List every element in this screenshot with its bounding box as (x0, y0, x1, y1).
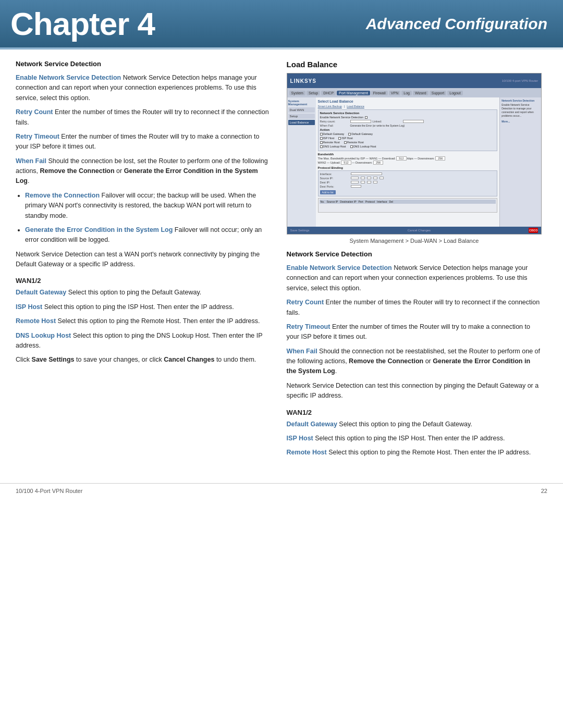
default-gateway-text-left: Select this option to ping the Default G… (66, 289, 201, 296)
default-gateway-left: Default Gateway Select this option to pi… (16, 288, 271, 298)
ls-src-ip2[interactable] (361, 177, 365, 179)
ls-panel-title: Select Load Balance (318, 100, 498, 103)
ls-cancel-link[interactable]: Cancel Changes (408, 229, 431, 232)
ls-dest-ports-input[interactable] (351, 185, 361, 188)
remote-host-left: Remote Host Select this option to ping t… (16, 316, 271, 326)
ls-sidebar: System Management Dual WAN Setup Load Ba… (287, 97, 316, 227)
page-header: Chapter 4 Advanced Configuration (0, 0, 563, 47)
save-settings-pre: Click (16, 356, 32, 363)
screenshot-caption: System Management > Dual-WAN > Load Bala… (287, 238, 542, 244)
retry-count-paragraph: Retry Count Enter the number of times th… (16, 107, 271, 128)
ls-link2[interactable]: Load Balance (347, 105, 364, 108)
right-nsd-summary: Network Service Detection can test this … (287, 381, 542, 401)
ls-dest-ip3[interactable] (367, 181, 371, 183)
ls-link1[interactable]: Smart Link Backup (318, 105, 342, 108)
nav-setup[interactable]: Setup (307, 91, 320, 95)
ls-isp-host-cb[interactable] (320, 137, 323, 140)
nav-dhcp[interactable]: DHCP (321, 91, 336, 95)
ls-cisco-logo: CISCO (529, 228, 538, 233)
ls-default-gateway-cb[interactable] (320, 133, 323, 135)
bullet-item-1: Remove the Connection Failover will occu… (25, 191, 271, 221)
ls-remote-host-cb2[interactable] (344, 141, 347, 144)
ls-dest-ip2[interactable] (361, 181, 365, 183)
retry-count-label: Retry Count (16, 108, 53, 116)
right-when-fail-label: When Fail (287, 348, 317, 355)
ls-dest-ip1[interactable] (351, 181, 359, 183)
nav-logout[interactable]: Logout (447, 91, 462, 95)
ls-linked-input[interactable] (403, 120, 424, 123)
enable-nsd-paragraph: Enable Network Service Detection Network… (16, 73, 271, 103)
ls-src-ip4[interactable] (373, 177, 377, 179)
nav-wizard[interactable]: Wizard (413, 91, 429, 95)
ls-add-btn[interactable]: Add to list (320, 190, 336, 194)
nav-log[interactable]: Log (401, 91, 412, 95)
nav-vpn[interactable]: VPN (389, 91, 400, 95)
ls-isp-host-cb2[interactable] (338, 137, 341, 140)
right-when-fail: When Fail Should the connection not be r… (287, 347, 542, 377)
ls-src-ip5[interactable] (380, 177, 384, 179)
left-column: Network Service Detection Enable Network… (16, 60, 271, 462)
ls-sidebar-setup[interactable]: Setup (288, 114, 315, 119)
wan-heading-left: WAN1/2 (16, 277, 271, 285)
ls-default-gateway-cb2[interactable] (348, 133, 351, 135)
right-remote-host-label: Remote Host (287, 449, 327, 456)
footer-page-number: 22 (541, 488, 547, 494)
section-title: Advanced Configuration (366, 15, 547, 33)
isp-host-left: ISP Host Select this option to ping the … (16, 302, 271, 312)
ls-logo: LINKSYS (290, 78, 316, 84)
ls-footer-bar: Save Settings Cancel Changes CISCO (287, 227, 542, 234)
bullet1-heading: Remove the Connection (25, 192, 100, 199)
save-settings-paragraph: Click Save Settings to save your changes… (16, 355, 271, 365)
dns-lookup-label-left: DNS Lookup Host (16, 332, 71, 339)
nav-system[interactable]: System (289, 91, 305, 95)
ls-save-link[interactable]: Save Settings (290, 229, 310, 232)
ls-sidebar-dual-wan[interactable]: Dual WAN (288, 107, 315, 113)
ls-nsd-section: Network Service Detection Enable Network… (318, 109, 498, 151)
dns-lookup-left: DNS Lookup Host Select this option to pi… (16, 331, 271, 351)
ls-dest-ip4[interactable] (373, 181, 377, 183)
nav-support[interactable]: Support (430, 91, 447, 95)
ls-src-ip1[interactable] (351, 177, 359, 179)
left-section-heading: Network Service Detection (16, 60, 271, 68)
footer-product-name: 10/100 4-Port VPN Router (16, 488, 82, 494)
ls-dns-cb2[interactable] (350, 145, 353, 148)
default-gateway-label-left: Default Gateway (16, 289, 66, 296)
isp-host-text-left: Select this option to ping the ISP Host.… (42, 303, 234, 311)
retry-timeout-paragraph: Retry Timeout Enter the number of times … (16, 132, 271, 152)
right-default-gateway-label: Default Gateway (287, 421, 337, 428)
ls-main-panel: Select Load Balance Smart Link Backup | … (316, 97, 500, 227)
bullet-list: Remove the Connection Failover will occu… (25, 191, 271, 245)
ls-src-ip3[interactable] (367, 177, 371, 179)
ls-info-panel: Network Service Detection Enable Network… (499, 97, 541, 227)
right-default-gateway-text: Select this option to ping the Default G… (337, 421, 472, 428)
ls-remote-host-cb[interactable] (320, 141, 323, 144)
when-fail-paragraph: When Fail Should the connection be lost,… (16, 156, 271, 187)
ls-header-bar: LINKSYS 10/100 4-port VPN Router (287, 73, 542, 88)
isp-host-label-left: ISP Host (16, 303, 42, 311)
right-remote-host-text: Select this option to ping the Remote Ho… (327, 449, 531, 456)
right-enable-nsd-label: Enable Network Service Detection (287, 264, 392, 272)
right-isp-host-label: ISP Host (287, 435, 313, 442)
save-settings-bold: Save Settings (32, 356, 75, 363)
right-remove-bold: Remove the Connection (349, 357, 423, 365)
main-content: Network Service Detection Enable Network… (0, 50, 563, 473)
ls-sidebar-load-balance[interactable]: Load Balance (288, 120, 315, 125)
nav-firewall[interactable]: Firewall (371, 91, 388, 95)
ls-dns-cb[interactable] (320, 145, 323, 148)
right-column: Load Balance LINKSYS 10/100 4-port VPN R… (287, 60, 542, 462)
save-settings-mid: to save your changes, or click (75, 356, 164, 363)
ls-nsd-checkbox[interactable] (365, 116, 368, 119)
right-isp-host-text: Select this option to ping the ISP Host.… (313, 435, 505, 442)
ls-interface-input[interactable] (351, 172, 382, 175)
bullet2-heading: Generate the Error Condition in the Syst… (25, 226, 173, 233)
ls-body: System Management Dual WAN Setup Load Ba… (287, 97, 542, 227)
when-fail-label: When Fail (16, 157, 46, 165)
enable-nsd-label: Enable Network Service Detection (16, 74, 121, 81)
right-or: or (423, 357, 433, 365)
ls-nav: System Setup DHCP Port Management Firewa… (287, 88, 542, 97)
nav-port-mgmt[interactable]: Port Management (337, 91, 370, 95)
remove-connection-label: Remove the Connection (40, 167, 115, 175)
ls-retry-count-input[interactable] (350, 120, 371, 123)
right-retry-count-text: Enter the number of times the Router wil… (287, 299, 540, 316)
page-footer: 10/100 4-Port VPN Router 22 (0, 483, 563, 498)
